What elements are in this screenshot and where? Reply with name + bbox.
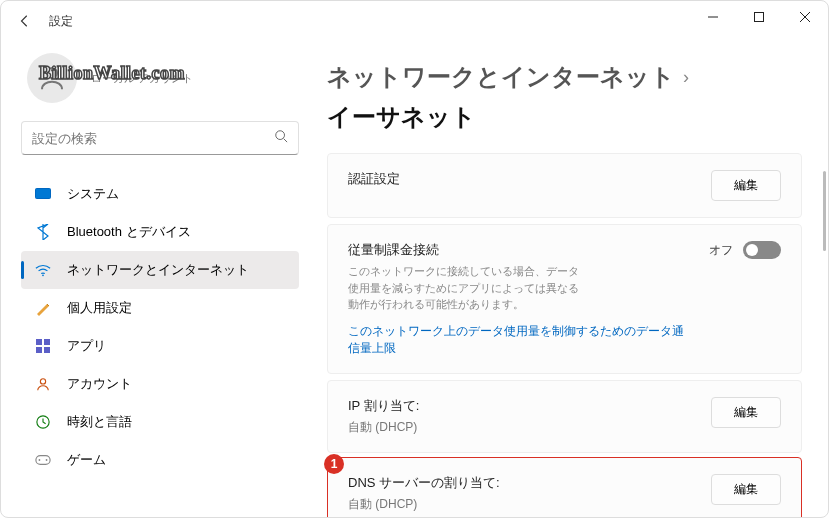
breadcrumb: ネットワークとインターネット › イーサネット [327,61,802,133]
auth-label: 認証設定 [348,170,691,188]
metered-description: このネットワークに接続している場合、データ使用量を減らすためにアプリによっては異… [348,263,588,313]
vertical-scrollbar[interactable] [823,171,826,251]
svg-point-8 [42,274,44,276]
dns-assignment-row: 1 DNS サーバーの割り当て: 自動 (DHCP) 編集 [327,457,802,518]
chevron-right-icon: › [683,67,689,88]
window-title: 設定 [49,13,73,30]
breadcrumb-current: イーサネット [327,101,476,133]
sidebar-item-time-language[interactable]: 時刻と言語 [21,403,299,441]
svg-point-13 [40,379,45,384]
svg-rect-10 [44,339,50,345]
account-icon [33,374,53,394]
dns-label: DNS サーバーの割り当て: [348,474,691,492]
dns-edit-button[interactable]: 編集 [711,474,781,505]
svg-rect-1 [755,13,764,22]
sidebar-item-label: システム [67,185,119,203]
sidebar-item-label: ネットワークとインターネット [67,261,249,279]
metered-toggle-label: オフ [709,242,733,259]
account-subtext: ローカル アカウント [91,71,193,86]
ip-value: 自動 (DHCP) [348,419,691,436]
sidebar-item-label: 時刻と言語 [67,413,132,431]
sidebar-item-gaming[interactable]: ゲーム [21,441,299,479]
ip-assignment-row: IP 割り当て: 自動 (DHCP) 編集 [327,380,802,453]
sidebar-item-apps[interactable]: アプリ [21,327,299,365]
sidebar-nav: システム Bluetooth とデバイス ネットワークとインターネット 個人用設… [21,175,299,479]
svg-point-17 [46,459,48,461]
sidebar-item-network[interactable]: ネットワークとインターネット [21,251,299,289]
sidebar-item-accounts[interactable]: アカウント [21,365,299,403]
annotation-badge-1: 1 [324,454,344,474]
sidebar-item-label: アカウント [67,375,132,393]
search-input[interactable] [32,131,274,146]
sidebar-item-bluetooth[interactable]: Bluetooth とデバイス [21,213,299,251]
minimize-button[interactable] [690,1,736,33]
metered-connection-row: 従量制課金接続 このネットワークに接続している場合、データ使用量を減らすためにア… [327,224,802,374]
account-block[interactable]: ローカル アカウント [21,53,299,103]
ip-label: IP 割り当て: [348,397,691,415]
time-icon [33,412,53,432]
auth-settings-row: 認証設定 編集 [327,153,802,218]
sidebar-item-label: Bluetooth とデバイス [67,223,191,241]
svg-rect-9 [36,339,42,345]
maximize-button[interactable] [736,1,782,33]
metered-label: 従量制課金接続 [348,241,689,259]
search-icon [274,129,288,147]
apps-icon [33,336,53,356]
back-button[interactable] [9,5,41,37]
network-icon [33,260,53,280]
dns-value: 自動 (DHCP) [348,496,691,513]
metered-toggle[interactable] [743,241,781,259]
svg-rect-12 [44,347,50,353]
svg-rect-11 [36,347,42,353]
gaming-icon [33,450,53,470]
data-limit-link[interactable]: このネットワーク上のデータ使用量を制御するためのデータ通信量上限 [348,323,689,357]
svg-rect-15 [36,456,50,465]
sidebar-item-label: 個人用設定 [67,299,132,317]
avatar [27,53,77,103]
sidebar-item-system[interactable]: システム [21,175,299,213]
sidebar-item-label: アプリ [67,337,106,355]
personalize-icon [33,298,53,318]
svg-point-4 [47,68,57,78]
svg-point-5 [276,131,285,140]
auth-edit-button[interactable]: 編集 [711,170,781,201]
sidebar-item-label: ゲーム [67,451,106,469]
system-icon [33,184,53,204]
svg-line-6 [284,139,288,143]
svg-rect-7 [36,189,51,199]
close-button[interactable] [782,1,828,33]
sidebar-item-personalization[interactable]: 個人用設定 [21,289,299,327]
svg-point-16 [39,459,41,461]
bluetooth-icon [33,222,53,242]
breadcrumb-parent[interactable]: ネットワークとインターネット [327,61,675,93]
ip-edit-button[interactable]: 編集 [711,397,781,428]
search-box[interactable] [21,121,299,155]
